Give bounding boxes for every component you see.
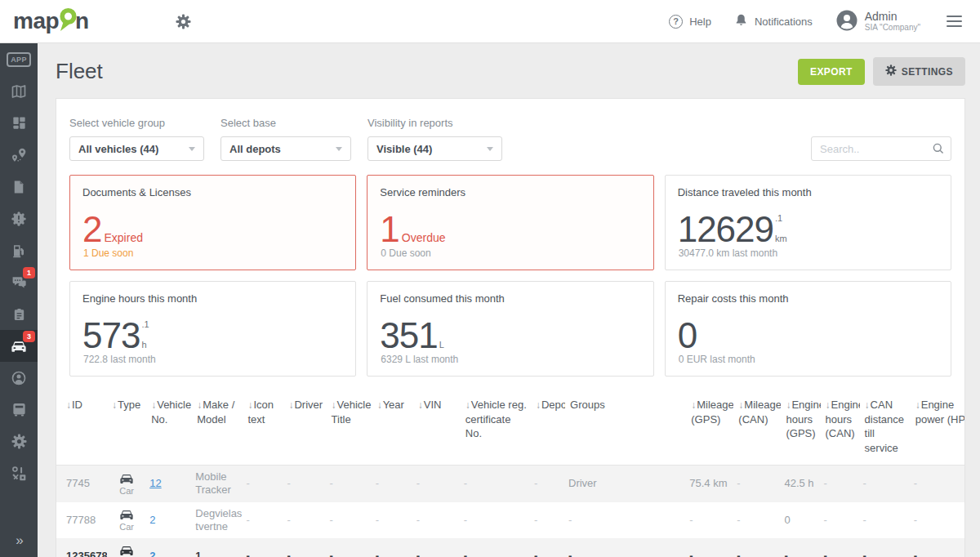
table-row[interactable]: 1235678Car21-------------- xyxy=(56,538,965,557)
cell-year: - xyxy=(372,502,413,539)
help-button[interactable]: ? Help xyxy=(669,15,711,29)
visibility-select[interactable]: Visible (44) xyxy=(368,136,502,161)
column-header-can-distance[interactable]: ↓CAN distance till service xyxy=(860,394,911,466)
column-header-mileage-gps[interactable]: ↓Mileage (GPS) xyxy=(686,394,733,466)
column-header-driver[interactable]: ↓Driver xyxy=(283,394,326,466)
cell-make-model: Mobile Tracker xyxy=(192,466,243,502)
column-header-engine-hours-gps[interactable]: ↓Engine hours (GPS) xyxy=(781,394,820,466)
column-header-id[interactable]: ↓ID xyxy=(56,394,107,466)
stat-card: Service reminders1Overdue0 Due soon xyxy=(367,175,653,270)
column-label: Driver xyxy=(294,399,323,411)
column-label: Groups xyxy=(570,399,605,411)
column-header-depot[interactable]: ↓Depot xyxy=(531,394,565,466)
main-content: Fleet EXPORT SETTINGS Select vehicle gro… xyxy=(38,43,980,557)
vehicle-group-select[interactable]: All vehicles (44) xyxy=(69,136,204,161)
column-header-vin[interactable]: ↓VIN xyxy=(413,394,461,466)
column-header-groups: Groups xyxy=(565,394,686,466)
column-label: Year xyxy=(383,399,404,411)
vehicle-no-link[interactable]: 2 xyxy=(149,514,155,526)
column-label: Engine hours (CAN) xyxy=(826,399,860,439)
sidebar-item-map[interactable] xyxy=(0,75,38,107)
cell-mileage-gps: - xyxy=(686,538,733,557)
cell-depot: - xyxy=(531,466,565,502)
column-header-engine-power[interactable]: ↓Engine power (HP) xyxy=(911,394,965,466)
sort-icon: ↓ xyxy=(915,399,920,411)
cell-groups: - xyxy=(565,502,686,539)
page-title: Fleet xyxy=(56,59,798,84)
column-header-year[interactable]: ↓Year xyxy=(372,394,413,466)
stat-unit: .1km xyxy=(773,211,787,248)
vehicle-type-label: Car xyxy=(110,522,143,532)
cell-vehicle-title: - xyxy=(327,466,372,502)
sidebar-item-routes[interactable] xyxy=(0,139,38,171)
cell-icon-text: - xyxy=(243,502,283,539)
map-icon xyxy=(11,83,27,100)
cell-engine-hours-can: - xyxy=(821,502,860,539)
sidebar-item-dashboard[interactable] xyxy=(0,107,38,139)
documents-icon xyxy=(11,179,26,195)
settings-button[interactable]: SETTINGS xyxy=(873,57,965,86)
mapon-logo[interactable]: mapn xyxy=(13,5,89,38)
sidebar-item-app[interactable]: APP xyxy=(0,43,38,75)
stat-value: 12629 xyxy=(678,211,773,248)
cell-reg-cert: - xyxy=(461,538,531,557)
vehicle-group-label: Select vehicle group xyxy=(69,117,204,129)
avatar xyxy=(835,9,858,34)
column-header-reg-cert[interactable]: ↓Vehicle reg. certificate No. xyxy=(461,394,531,466)
table-row[interactable]: 7745Car12Mobile Tracker-------Driver75.4… xyxy=(56,466,965,502)
sidebar-expand-button[interactable]: » xyxy=(0,532,38,549)
column-header-mileage-can[interactable]: ↓Mileage (CAN) xyxy=(733,394,781,466)
column-label: ID xyxy=(72,399,82,411)
stat-card-title: Distance traveled this month xyxy=(678,186,938,198)
cell-icon-text: - xyxy=(243,466,283,502)
cell-engine-power: - xyxy=(911,502,965,539)
column-header-vehicle-no[interactable]: ↓Vehicle No. xyxy=(146,394,192,466)
column-header-type[interactable]: ↓Type xyxy=(107,394,146,466)
cell-can-distance: - xyxy=(860,538,911,557)
cell-vin: - xyxy=(413,466,461,502)
sidebar-item-fleet[interactable]: 3 xyxy=(0,330,38,362)
column-header-engine-hours-can[interactable]: ↓Engine hours (CAN) xyxy=(821,394,860,466)
sidebar-item-drivers[interactable] xyxy=(0,362,38,394)
quick-settings-gear-icon[interactable] xyxy=(176,14,191,29)
cell-vehicle-no: 2 xyxy=(146,538,192,557)
stat-value: 573 xyxy=(82,317,140,354)
sidebar-item-settings[interactable] xyxy=(0,426,38,457)
menu-icon[interactable] xyxy=(943,12,965,31)
cell-make-model: Degvielas tvertne xyxy=(192,502,243,539)
sidebar-item-tools[interactable] xyxy=(0,457,38,489)
cell-engine-hours-can: - xyxy=(821,538,860,557)
stat-value: 2 xyxy=(82,211,101,248)
base-select[interactable]: All depots xyxy=(220,136,351,161)
sidebar-item-van[interactable] xyxy=(0,394,38,426)
column-label: Type xyxy=(118,399,140,411)
sidebar-nav: APP13 xyxy=(0,43,38,489)
notifications-button[interactable]: Notifications xyxy=(734,12,813,30)
stat-subtext: 0 Due soon xyxy=(381,247,430,259)
sidebar-item-alerts[interactable] xyxy=(0,203,38,234)
vehicle-no-link[interactable]: 12 xyxy=(149,477,161,489)
cell-vehicle-no: 2 xyxy=(146,502,192,539)
column-header-vehicle-title[interactable]: ↓Vehicle Title xyxy=(327,394,372,466)
stat-card: Distance traveled this month12629.1km304… xyxy=(665,175,951,270)
fuel-icon xyxy=(11,243,26,259)
sort-icon: ↓ xyxy=(786,399,791,411)
chevron-down-icon xyxy=(336,147,342,151)
column-header-make-model[interactable]: ↓Make / Model xyxy=(192,394,243,466)
search-input[interactable] xyxy=(811,136,951,161)
cell-groups: Driver xyxy=(565,466,686,502)
sidebar-item-fuel[interactable] xyxy=(0,234,38,266)
cell-engine-hours-can: - xyxy=(821,466,860,502)
column-label: CAN distance till service xyxy=(865,399,904,454)
table-row[interactable]: 77788Car2Degvielas tvertne----------0--- xyxy=(56,502,965,539)
sidebar-item-messages[interactable]: 1 xyxy=(0,266,38,298)
user-menu[interactable]: Admin SIA "Company" xyxy=(835,9,920,34)
column-header-icon-text[interactable]: ↓Icon text xyxy=(243,394,283,466)
vehicle-no-link[interactable]: 2 xyxy=(149,550,155,557)
column-label: Mileage (GPS) xyxy=(691,399,733,426)
sidebar-item-documents[interactable] xyxy=(0,171,38,203)
export-button[interactable]: EXPORT xyxy=(798,59,865,85)
column-label: Vehicle reg. certificate No. xyxy=(466,399,527,439)
sidebar-item-tasks[interactable] xyxy=(0,298,38,330)
cell-engine-hours-gps: - xyxy=(781,538,820,557)
